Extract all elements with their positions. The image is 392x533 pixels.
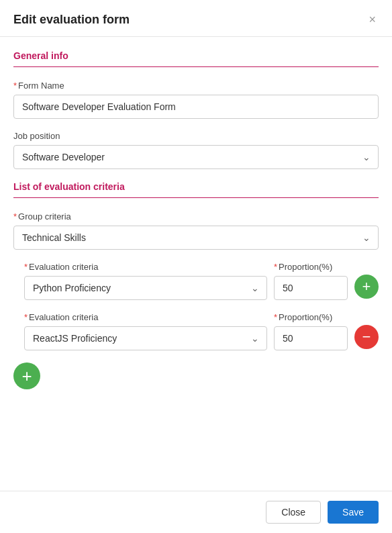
save-button[interactable]: Save	[328, 501, 379, 524]
criteria-row-2-eval-col: *Evaluation criteria Python Proficiency …	[24, 312, 267, 350]
group-criteria-required-star: *	[13, 211, 17, 222]
group-criteria-label: *Group criteria	[13, 211, 379, 222]
criteria-row-2-eval-select-wrapper: Python Proficiency JavaScript Proficienc…	[24, 326, 267, 350]
general-info-title: General info	[13, 50, 379, 61]
criteria-row-2-eval-select[interactable]: Python Proficiency JavaScript Proficienc…	[24, 326, 267, 350]
criteria-row-1-eval-select[interactable]: Python Proficiency JavaScript Proficienc…	[24, 276, 267, 300]
form-name-label: *Form Name	[13, 81, 379, 91]
evaluation-criteria-divider	[13, 197, 379, 198]
group-criteria-select-wrapper: Technical Skills Soft Skills Leadership …	[13, 226, 379, 250]
form-name-input[interactable]	[13, 95, 379, 119]
criteria-row-2-action: −	[354, 325, 379, 349]
form-name-group: *Form Name	[13, 81, 379, 119]
job-position-group: Job position Software Developer Frontend…	[13, 131, 379, 169]
edit-evaluation-modal: Edit evaluation form × General info *For…	[0, 0, 392, 533]
form-name-required-star: *	[13, 81, 17, 91]
criteria-row-1-eval-label: *Evaluation criteria	[24, 262, 267, 272]
group-criteria-select[interactable]: Technical Skills Soft Skills Leadership	[13, 226, 379, 250]
criteria-row-1-action: +	[354, 275, 379, 299]
general-info-section: General info *Form Name Job position Sof…	[13, 50, 379, 169]
criteria-row-2-eval-label: *Evaluation criteria	[24, 312, 267, 322]
criteria-row-2: *Evaluation criteria Python Proficiency …	[13, 312, 379, 350]
modal-body: General info *Form Name Job position Sof…	[0, 37, 392, 491]
job-position-select-wrapper: Software Developer Frontend Developer Ba…	[13, 145, 379, 169]
add-criteria-row-button[interactable]: +	[354, 275, 379, 299]
add-group-button[interactable]: +	[13, 362, 40, 389]
remove-criteria-row-button[interactable]: −	[354, 325, 379, 349]
modal-footer: Close Save	[0, 491, 392, 533]
criteria-row-2-proportion-col: *Proportion(%)	[274, 312, 348, 350]
general-info-divider	[13, 66, 379, 67]
close-modal-button[interactable]: ×	[366, 11, 379, 28]
criteria-row-1-eval-select-wrapper: Python Proficiency JavaScript Proficienc…	[24, 276, 267, 300]
criteria-row-2-proportion-label: *Proportion(%)	[274, 312, 348, 322]
criteria-row-2-proportion-input[interactable]	[274, 326, 348, 350]
modal-header: Edit evaluation form ×	[0, 0, 392, 37]
job-position-label: Job position	[13, 131, 379, 141]
close-button[interactable]: Close	[266, 501, 321, 524]
criteria-row-1-proportion-label: *Proportion(%)	[274, 262, 348, 272]
criteria-row-1-proportion-input[interactable]	[274, 276, 348, 300]
job-position-select[interactable]: Software Developer Frontend Developer Ba…	[13, 145, 379, 169]
criteria-row-1: *Evaluation criteria Python Proficiency …	[13, 262, 379, 300]
criteria-row-1-eval-col: *Evaluation criteria Python Proficiency …	[24, 262, 267, 300]
criteria-row-1-proportion-col: *Proportion(%)	[274, 262, 348, 300]
group-criteria-group: *Group criteria Technical Skills Soft Sk…	[13, 211, 379, 250]
evaluation-criteria-section: List of evaluation criteria *Group crite…	[13, 181, 379, 389]
evaluation-criteria-title: List of evaluation criteria	[13, 181, 379, 192]
modal-title: Edit evaluation form	[13, 13, 130, 27]
